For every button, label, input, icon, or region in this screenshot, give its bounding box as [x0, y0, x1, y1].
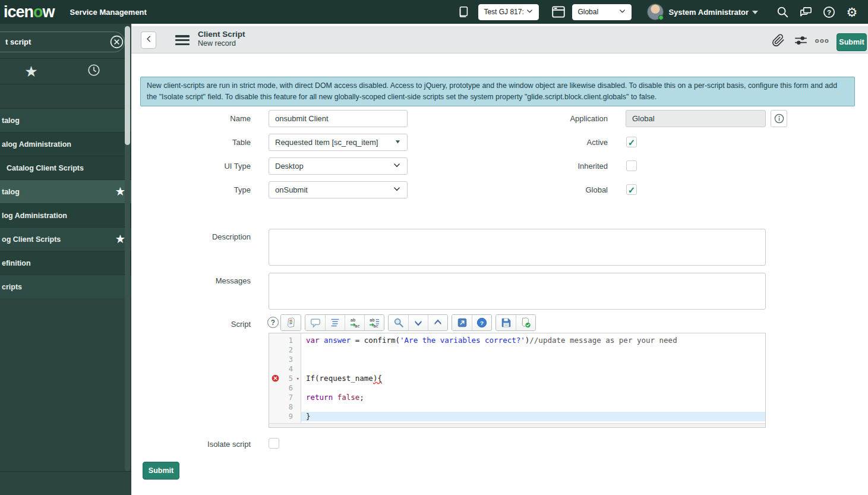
inherited-label: Inherited [131, 162, 608, 171]
gutter-cell: 9 [269, 412, 301, 421]
svg-text:?: ? [480, 320, 484, 326]
code-line-text [301, 355, 765, 364]
script-validate-icon[interactable] [516, 315, 535, 330]
personalize-form-icon[interactable] [793, 34, 809, 47]
code-line[interactable]: 9} [269, 412, 765, 421]
sidebar-footer [0, 471, 131, 495]
sidebar-item[interactable]: log Administration [0, 203, 131, 227]
active-checkbox[interactable]: ✓ [626, 137, 637, 147]
isolate-script-checkbox[interactable] [269, 438, 279, 449]
chevron-down-icon [618, 7, 626, 17]
line-number: 7 [289, 393, 293, 402]
tab-history[interactable] [62, 59, 125, 84]
servicenow-logo[interactable]: icenow [4, 0, 55, 24]
gutter-cell: 2 [269, 345, 301, 355]
gutter-cell: 6 [269, 383, 301, 393]
more-options-label: ooo [815, 37, 830, 44]
form-title: Client Script [198, 30, 245, 39]
sidebar-item[interactable]: alog Administration [0, 132, 131, 156]
favorite-star-icon[interactable]: ★ [116, 233, 125, 245]
comment-icon[interactable] [305, 315, 325, 330]
application-scope-value: Global [577, 8, 598, 16]
fold-arrow-icon[interactable]: ▾ [296, 374, 299, 383]
application-scope-picker[interactable]: Global [572, 4, 632, 20]
line-number: 2 [289, 345, 293, 355]
more-options-button[interactable]: ooo [815, 34, 830, 47]
sidebar-item[interactable]: efinition [0, 251, 131, 275]
sidebar-item[interactable]: og Client Scripts★ [0, 227, 131, 251]
update-set-picker[interactable]: Test GJ 817: [478, 4, 539, 20]
script-label: Script [131, 320, 251, 329]
application-label: Application [131, 114, 608, 123]
line-number: 4 [289, 364, 293, 374]
replace-icon[interactable]: abac [345, 315, 364, 330]
back-button[interactable] [141, 31, 156, 49]
sidebar-item[interactable]: talog★ [0, 179, 131, 203]
clear-filter-icon[interactable] [109, 34, 124, 49]
favorite-star-icon[interactable]: ★ [116, 185, 125, 198]
sidebar-scrollbar [125, 26, 130, 471]
code-line[interactable]: 6 [269, 383, 765, 393]
code-line[interactable]: 3 [269, 355, 765, 364]
code-line[interactable]: 7return false; [269, 393, 765, 402]
svg-text:ac: ac [355, 323, 360, 328]
open-new-window-icon[interactable] [452, 315, 472, 330]
save-code-icon[interactable] [496, 315, 516, 330]
navigator-filter-input[interactable]: t script [0, 31, 125, 52]
global-checkbox[interactable]: ✓ [626, 184, 637, 195]
toolbar-button-group [280, 314, 301, 331]
top-banner: icenow Service Management Test GJ 817: G… [0, 0, 868, 24]
syntax-editor-icon[interactable] [281, 315, 301, 330]
replace-all-icon[interactable]: abac [364, 315, 384, 330]
sidebar-item-label: efinition [2, 259, 31, 267]
gutter-cell: 4 [269, 364, 301, 374]
search-icon[interactable] [775, 4, 790, 20]
application-info-button[interactable] [771, 110, 787, 127]
editor-help-icon[interactable]: ? [472, 315, 491, 330]
user-name-label: System Administrator [668, 8, 749, 17]
tab-favorites[interactable]: ★ [0, 59, 62, 84]
help-icon[interactable]: ? [821, 4, 837, 20]
chat-icon[interactable] [798, 4, 813, 20]
code-line[interactable]: 5▾If(request_name){ [269, 374, 765, 383]
servicenow-app: icenow Service Management Test GJ 817: G… [0, 0, 868, 495]
connect-docs-icon[interactable] [456, 4, 471, 20]
code-line[interactable]: 1var answer = confirm('Are the variables… [269, 336, 765, 345]
main-content: Client Script New record ooo Submit New … [131, 24, 868, 495]
script-code-editor[interactable]: 1var answer = confirm('Are the variables… [269, 333, 766, 428]
inherited-checkbox[interactable] [626, 160, 637, 171]
editor-hscrollbar[interactable] [269, 423, 765, 427]
submit-button-header[interactable]: Submit [837, 33, 867, 51]
sidebar-item[interactable]: cripts [0, 275, 131, 298]
sidebar-item[interactable]: talog [0, 108, 131, 132]
messages-textarea[interactable] [269, 273, 766, 310]
user-menu[interactable]: System Administrator [668, 8, 758, 17]
navigator-sidebar: t script ★ talogalog AdministrationCatal… [0, 24, 131, 495]
product-name: Service Management [70, 8, 147, 17]
attachment-icon[interactable] [771, 34, 786, 47]
code-line-text: If(request_name){ [301, 374, 765, 383]
find-next-icon[interactable] [408, 315, 428, 330]
format-code-icon[interactable] [325, 315, 345, 330]
gear-icon[interactable]: ⚙ [844, 4, 860, 20]
code-line[interactable]: 8 [269, 402, 765, 412]
script-help-icon[interactable]: ? [267, 317, 279, 328]
status-dot [658, 15, 664, 20]
code-line[interactable]: 2 [269, 345, 765, 355]
line-number: 8 [289, 402, 293, 412]
avatar[interactable] [647, 4, 664, 20]
find-prev-icon[interactable] [428, 315, 447, 330]
window-icon[interactable] [551, 4, 566, 20]
form-title-block: Client Script New record [198, 30, 245, 48]
submit-button-bottom[interactable]: Submit [143, 462, 179, 480]
sidebar-scrollbar-thumb[interactable] [125, 26, 130, 145]
search-code-icon[interactable] [389, 315, 408, 330]
gutter-cell: 5▾ [269, 374, 301, 383]
toolbar-button-group [495, 314, 536, 331]
code-line[interactable]: 4 [269, 364, 765, 374]
sidebar-item[interactable]: Catalog Client Scripts [0, 156, 131, 179]
description-textarea[interactable] [269, 229, 766, 266]
gutter-cell: 8 [269, 402, 301, 412]
code-line-text: } [301, 412, 765, 421]
form-context-menu-icon[interactable] [175, 35, 190, 45]
